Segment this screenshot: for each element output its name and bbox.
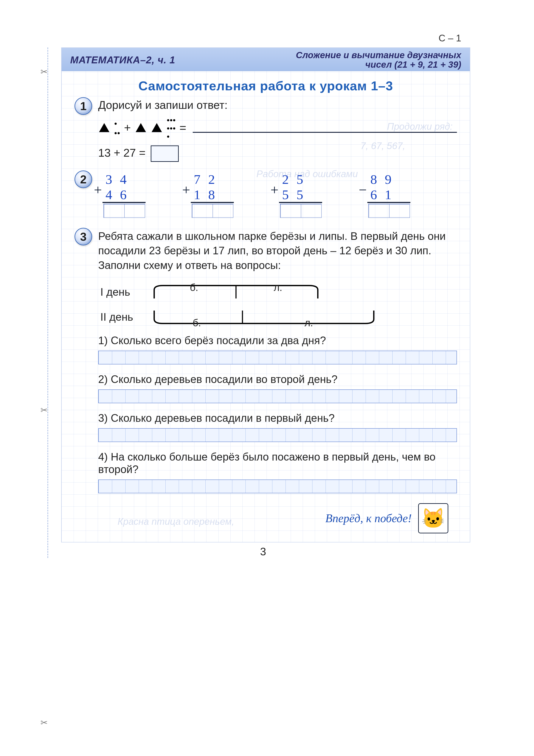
motto: Вперёд, к победе!	[325, 512, 412, 525]
triangle-icon	[99, 123, 109, 132]
topic-line2: чисел (21 + 9, 21 + 39)	[365, 60, 461, 69]
task-1: 1 Дорисуй и запиши ответ: + =	[74, 98, 457, 162]
task-2: 2 + 34 46 + 72 18	[74, 172, 457, 219]
question-3: 3) Сколько деревьев посадили в первый де…	[98, 412, 457, 424]
content: Продолжи ряд: 7, 67, 567, Работа над оши…	[62, 98, 470, 533]
scissor-icon: ✂	[40, 717, 48, 728]
bar-day2[interactable]: б. л.	[152, 309, 376, 326]
question-2: 2) Сколько деревьев посадили во второй д…	[98, 373, 457, 386]
column-sums-row: + 34 46 + 72 18	[94, 172, 457, 219]
dots-3-icon	[114, 118, 120, 137]
day2-label: II день	[100, 311, 143, 323]
task1-pictorial: + =	[98, 115, 457, 140]
bar-diagram: I день б. л. I	[98, 284, 457, 326]
task1-prompt: Дорисуй и запиши ответ:	[98, 98, 457, 111]
answer-strip[interactable]	[98, 479, 457, 493]
answer-box[interactable]	[151, 146, 179, 162]
diagram-row-day2: II день б. л.	[100, 309, 457, 326]
page-title: Самостоятельная работа к урокам 1–3	[62, 78, 470, 93]
answer-cells[interactable]	[369, 204, 410, 217]
task-number-badge: 2	[74, 171, 92, 188]
l-label: л.	[242, 317, 376, 329]
bar-day1[interactable]: б. л.	[152, 284, 320, 301]
triangle-icon	[136, 123, 146, 132]
column-problem-3[interactable]: + 25 55	[270, 172, 331, 219]
triangle-icon	[152, 123, 162, 132]
question-1: 1) Сколько всего берёз посадили за два д…	[98, 334, 457, 347]
worksheet-page: С – 1 МАТЕМАТИКА–2, ч. 1 Сложение и вычи…	[61, 47, 470, 542]
column-problem-4[interactable]: − 89 61	[359, 172, 419, 219]
task3-text: Ребята сажали в школьном парке берёзы и …	[98, 229, 457, 273]
task-3: 3 Ребята сажали в школьном парке берёзы …	[74, 229, 457, 494]
answer-strip[interactable]	[98, 351, 457, 364]
footer: Вперёд, к победе! 🐱	[74, 503, 448, 533]
plus-sign: +	[124, 121, 131, 134]
task-number-badge: 3	[74, 228, 92, 245]
diagram-row-day1: I день б. л.	[100, 284, 457, 301]
cat-mascot-icon: 🐱	[418, 503, 448, 533]
answer-line[interactable]	[193, 132, 457, 133]
b-label: б.	[152, 282, 236, 293]
answer-strip[interactable]	[98, 390, 457, 403]
topic-line1: Сложение и вычитание двузначных	[296, 50, 461, 60]
b-label: б.	[152, 317, 242, 329]
tearoff-margin: С – 1 МАТЕМАТИКА–2, ч. 1 Сложение и вычи…	[47, 47, 478, 558]
column-problem-1[interactable]: + 34 46	[94, 172, 154, 219]
task-number-badge: 1	[74, 97, 92, 115]
variant-code: С – 1	[439, 33, 461, 43]
scissor-icon: ✂	[40, 405, 48, 415]
scissor-icon: ✂	[40, 67, 48, 77]
book-title: МАТЕМАТИКА–2, ч. 1	[70, 54, 175, 66]
task1-equation: 13 + 27 =	[98, 146, 457, 162]
day1-label: I день	[100, 286, 143, 298]
answer-cells[interactable]	[280, 204, 321, 217]
answer-strip[interactable]	[98, 428, 457, 442]
header-bar: МАТЕМАТИКА–2, ч. 1 Сложение и вычитание …	[62, 48, 470, 71]
question-4: 4) На сколько больше берёз было посажено…	[98, 451, 457, 475]
answer-cells[interactable]	[192, 204, 233, 217]
l-label: л.	[236, 282, 320, 293]
page-number: 3	[48, 546, 478, 558]
answer-cells[interactable]	[104, 204, 145, 217]
dots-7-icon	[167, 115, 176, 140]
equals-sign: =	[180, 121, 187, 134]
column-problem-2[interactable]: + 72 18	[182, 172, 242, 219]
topic-title: Сложение и вычитание двузначных чисел (2…	[296, 50, 461, 69]
